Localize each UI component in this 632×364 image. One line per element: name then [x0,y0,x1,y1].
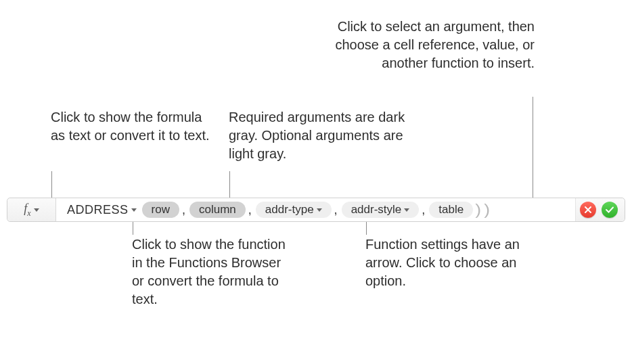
function-name-token[interactable]: ADDRESS [66,203,141,217]
check-icon [605,206,614,214]
argument-separator: , [420,203,428,217]
callout-settings: Function settings have an arrow. Click t… [365,235,541,290]
chevron-down-icon [131,208,137,212]
leader-fnbrowser [133,222,133,235]
argument-label: addr-style [351,203,402,217]
leader-insert [533,97,533,198]
close-paren: ) [474,201,482,219]
fx-icon: fx [24,202,30,219]
cancel-button[interactable] [580,202,596,218]
argument-separator: , [333,203,340,217]
chevron-down-icon [317,208,322,212]
formula-token-area[interactable]: ADDRESS row , column , addr-type , addr-… [56,198,575,221]
callout-required: Required arguments are dark gray. Option… [229,108,418,163]
argument-row[interactable]: row [142,202,179,218]
argument-column[interactable]: column [189,202,246,218]
chevron-down-icon [404,208,409,212]
argument-label: addr-type [265,203,314,217]
argument-label: column [199,203,236,217]
accept-button[interactable] [602,202,618,218]
leader-required [229,171,230,198]
argument-separator: , [247,203,254,217]
callout-fnbrowser: Click to show the function in the Functi… [132,235,294,309]
function-name-label: ADDRESS [67,203,129,217]
close-paren: ) [483,201,491,219]
leader-fx [51,171,52,198]
argument-label: table [438,203,464,217]
argument-table[interactable]: table [429,202,473,218]
argument-separator: , [181,203,188,217]
leader-settings [366,222,367,235]
formula-actions [575,198,625,221]
argument-label: row [152,203,170,217]
fx-button[interactable]: fx [7,198,56,221]
chevron-down-icon [34,208,39,212]
callout-insert: Click to select an argument, then choose… [325,18,535,72]
close-icon [584,206,592,214]
callout-fx: Click to show the formula as text or con… [51,108,213,145]
formula-editor-bar: fx ADDRESS row , column , addr-type , ad… [7,198,625,222]
argument-addr-style[interactable]: addr-style [342,202,420,218]
argument-addr-type[interactable]: addr-type [256,202,332,218]
